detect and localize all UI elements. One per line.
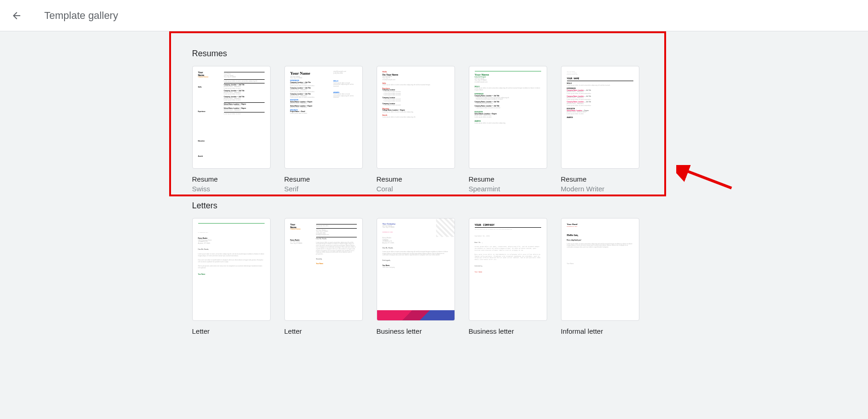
resumes-row: YourName Creative Director Skills Experi… <box>192 66 676 193</box>
template-informal-letter[interactable]: Your Band September 04, 2019 Hello fan, … <box>561 218 639 345</box>
annotation-arrow-icon <box>676 165 736 193</box>
template-resume-coral[interactable]: Hello I'm Your Name 123 Your StreetYour … <box>377 66 455 193</box>
template-title: Letter <box>284 327 363 336</box>
content-area: Resumes YourName Creative Director Skill… <box>192 31 676 363</box>
template-thumb: Your Band September 04, 2019 Hello fan, … <box>561 218 639 321</box>
template-title: Resume <box>192 175 271 183</box>
section-title-resumes: Resumes <box>192 41 676 66</box>
template-title: Resume <box>561 175 639 183</box>
template-thumb: Your Name Industrial Designer 123 Your S… <box>469 66 547 169</box>
template-subtitle: Coral <box>377 185 455 193</box>
template-letter-spearmint[interactable]: 04 September 20XX Ronny Reader CFO, Comp… <box>192 218 271 345</box>
template-letter-swiss[interactable]: YourName Creative Director Ronny Reader … <box>284 218 363 345</box>
page-title: Template gallery <box>44 10 118 22</box>
template-title: Business letter <box>377 327 455 336</box>
back-button[interactable] <box>7 6 26 25</box>
template-resume-spearmint[interactable]: Your Name Industrial Designer 123 Your S… <box>469 66 547 193</box>
template-thumb: YourName Creative Director Skills Experi… <box>192 66 271 169</box>
top-bar: Template gallery <box>0 0 868 31</box>
template-thumb: 123 Your StreetYour City ST 00000email@e… <box>561 66 639 169</box>
template-title: Resume <box>469 175 547 183</box>
template-title: Resume <box>284 175 363 183</box>
template-thumb: Hello I'm Your Name 123 Your StreetYour … <box>377 66 455 169</box>
arrow-left-icon <box>11 10 22 21</box>
template-thumb: YOUR COMPANY 123 Your Street Your City S… <box>469 218 547 321</box>
template-resume-swiss[interactable]: YourName Creative Director Skills Experi… <box>192 66 271 193</box>
template-subtitle: Modern Writer <box>561 185 639 193</box>
template-thumb: YourName Creative Director Ronny Reader … <box>284 218 363 321</box>
section-title-letters: Letters <box>192 193 676 218</box>
template-thumb: Your Name 123 Your StreetYour City ST 00… <box>284 66 363 169</box>
template-title: Resume <box>377 175 455 183</box>
template-subtitle: Serif <box>284 185 363 193</box>
template-business-letter-japanese[interactable]: YOUR COMPANY 123 Your Street Your City S… <box>469 218 547 345</box>
template-business-letter-geometric[interactable]: Your Company 123 Your StreetYour City ST… <box>377 218 455 345</box>
svg-line-1 <box>683 170 732 188</box>
letters-row: 04 September 20XX Ronny Reader CFO, Comp… <box>192 218 676 345</box>
template-title: Informal letter <box>561 327 639 336</box>
template-thumb: 04 September 20XX Ronny Reader CFO, Comp… <box>192 218 271 321</box>
template-subtitle: Spearmint <box>469 185 547 193</box>
template-title: Business letter <box>469 327 547 336</box>
template-title: Letter <box>192 327 271 336</box>
template-resume-serif[interactable]: Your Name 123 Your StreetYour City ST 00… <box>284 66 363 193</box>
template-resume-modern-writer[interactable]: 123 Your StreetYour City ST 00000email@e… <box>561 66 639 193</box>
template-subtitle: Swiss <box>192 185 271 193</box>
template-thumb: Your Company 123 Your StreetYour City ST… <box>377 218 455 321</box>
